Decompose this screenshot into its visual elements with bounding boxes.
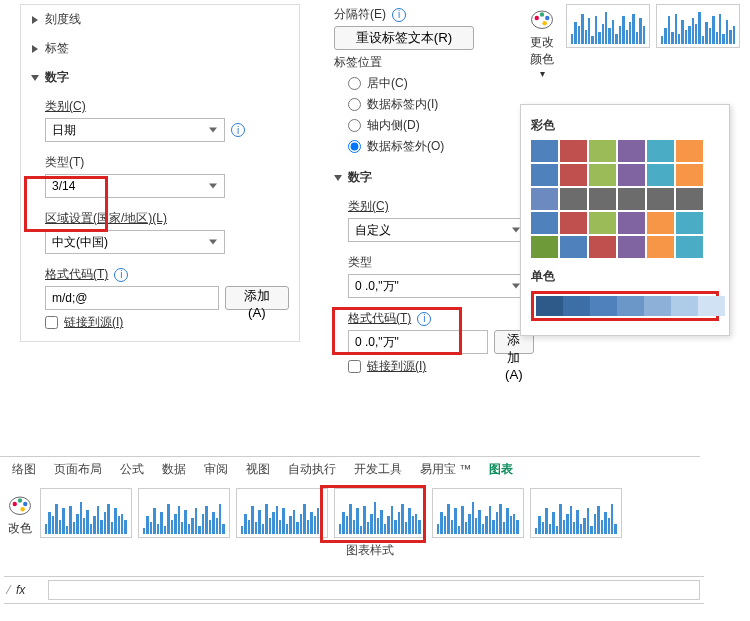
radio-inside[interactable] [348,98,361,111]
ribbon-tab[interactable]: 图表 [489,461,513,478]
type-select[interactable]: 0 .0,"万" [348,274,528,298]
formula-bar: ⁄ fx [4,576,704,604]
color-swatch[interactable] [563,296,590,316]
info-icon[interactable]: i [392,8,406,22]
color-swatch[interactable] [589,188,616,210]
colorful-swatch-grid [531,140,719,258]
color-swatch[interactable] [560,236,587,258]
link-source-label: 链接到源(I) [64,314,123,331]
radio-axis-inside[interactable] [348,119,361,132]
color-swatch[interactable] [644,296,671,316]
ribbon-tab[interactable]: 自动执行 [288,461,336,478]
color-swatch[interactable] [647,188,674,210]
category-select[interactable]: 自定义 [348,218,528,242]
ribbon-tab[interactable]: 开发工具 [354,461,402,478]
region-select[interactable]: 中文(中国) [45,230,225,254]
ribbon-tab[interactable]: 页面布局 [54,461,102,478]
link-source-label: 链接到源(I) [367,358,426,375]
change-color-button[interactable]: 更改 颜色 ▾ [520,4,564,79]
color-swatch[interactable] [589,140,616,162]
color-swatch[interactable] [618,164,645,186]
color-swatch[interactable] [676,236,703,258]
color-swatch[interactable] [536,296,563,316]
color-swatch[interactable] [589,236,616,258]
color-swatch[interactable] [676,164,703,186]
change-color-button-small[interactable]: 改色 [4,490,36,537]
chart-style-thumb[interactable] [236,488,328,538]
reset-label-text-button[interactable]: 重设标签文本(R) [334,26,474,50]
color-swatch[interactable] [617,296,644,316]
section-ticks[interactable]: 刻度线 [21,5,299,34]
svg-point-4 [542,21,546,25]
chart-style-thumb[interactable] [138,488,230,538]
fx-icon[interactable]: fx [14,583,44,597]
change-color-label-small: 改色 [4,520,36,537]
radio-center[interactable] [348,77,361,90]
formula-input[interactable] [48,580,700,600]
ribbon-tab[interactable]: 审阅 [204,461,228,478]
color-swatch[interactable] [647,140,674,162]
section-number-right[interactable]: 数字 [324,163,520,192]
format-code-input[interactable] [45,286,219,310]
color-swatch[interactable] [647,236,674,258]
color-swatch[interactable] [676,188,703,210]
chart-style-thumb[interactable] [432,488,524,538]
type-label: 类型(T) [45,154,289,171]
radio-outside[interactable] [348,140,361,153]
color-swatch[interactable] [618,188,645,210]
section-labels[interactable]: 标签 [21,34,299,63]
color-swatch[interactable] [671,296,698,316]
category-label: 类别(C) [348,198,510,215]
svg-point-3 [545,16,549,20]
chart-style-thumb[interactable] [334,488,426,538]
link-source-checkbox[interactable] [45,316,58,329]
color-swatch[interactable] [560,212,587,234]
format-code-input[interactable] [348,330,488,354]
type-select[interactable]: 3/14 [45,174,225,198]
color-swatch[interactable] [618,140,645,162]
color-swatch[interactable] [698,296,725,316]
color-swatch[interactable] [560,140,587,162]
color-swatch[interactable] [531,212,558,234]
link-source-checkbox[interactable] [348,360,361,373]
ribbon-tabs: 络图页面布局公式数据审阅视图自动执行开发工具易用宝 ™图表 [0,456,700,482]
color-swatch[interactable] [676,140,703,162]
ribbon-tab[interactable]: 公式 [120,461,144,478]
chart-style-thumb[interactable] [566,4,650,48]
color-swatch[interactable] [676,212,703,234]
section-number[interactable]: 数字 [21,63,299,92]
section-label: 数字 [45,69,69,86]
formula-cancel-icon[interactable]: ⁄ [8,583,10,597]
color-swatch[interactable] [590,296,617,316]
section-label: 数字 [348,169,372,186]
color-swatch[interactable] [531,188,558,210]
chart-style-thumb[interactable] [530,488,622,538]
color-swatch[interactable] [589,164,616,186]
info-icon[interactable]: i [114,268,128,282]
color-swatch[interactable] [589,212,616,234]
color-swatch[interactable] [618,212,645,234]
info-icon[interactable]: i [417,312,431,326]
format-axis-panel: 刻度线 标签 数字 类别(C) 日期 i 类型(T) 3/14 区域设置(国家/… [20,4,300,342]
info-icon[interactable]: i [231,123,245,137]
ribbon-tab[interactable]: 数据 [162,461,186,478]
color-swatch[interactable] [531,140,558,162]
color-swatch[interactable] [647,164,674,186]
ribbon-tab[interactable]: 视图 [246,461,270,478]
category-select[interactable]: 日期 [45,118,225,142]
separator-label: 分隔符(E) i [334,6,510,23]
color-swatch[interactable] [560,188,587,210]
color-swatch[interactable] [647,212,674,234]
chart-style-thumb[interactable] [40,488,132,538]
color-swatch[interactable] [618,236,645,258]
svg-point-7 [18,498,22,502]
color-swatch[interactable] [531,164,558,186]
ribbon-tab[interactable]: 易用宝 ™ [420,461,471,478]
chevron-right-icon [32,16,38,24]
chart-style-thumb[interactable] [656,4,740,48]
add-button[interactable]: 添加(A) [225,286,289,310]
ribbon-tab[interactable]: 络图 [12,461,36,478]
color-swatch[interactable] [531,236,558,258]
color-swatch[interactable] [560,164,587,186]
mono-swatch-row[interactable] [536,296,714,316]
